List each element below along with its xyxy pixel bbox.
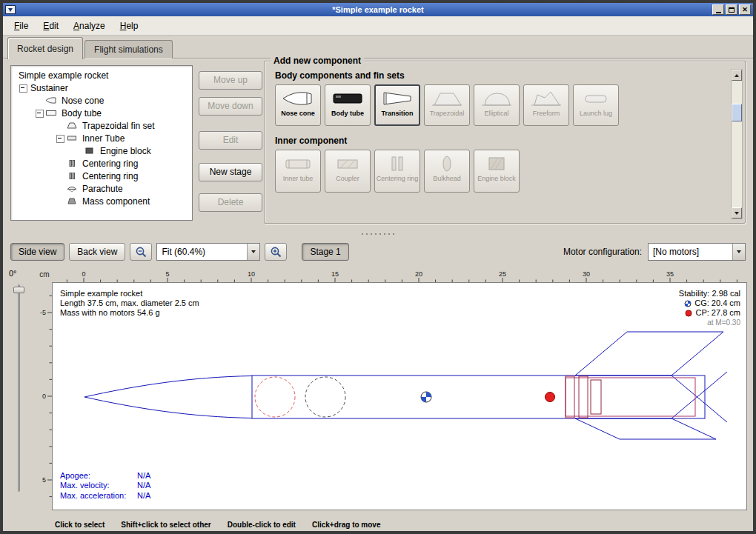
app-icon — [5, 5, 16, 14]
nose-cone-shape[interactable] — [84, 376, 252, 398]
zoom-out-button[interactable] — [130, 243, 152, 261]
tree-item-sustainer[interactable]: Sustainer — [13, 81, 190, 94]
tree-item-centering-ring-2[interactable]: Centering ring — [13, 170, 190, 182]
component-scrollbar[interactable] — [731, 69, 743, 219]
fin-top-shape[interactable] — [575, 332, 723, 376]
mass-marker[interactable] — [305, 377, 345, 417]
tree-actions: Move up Move down Edit New stage Delete — [199, 71, 262, 212]
cp-symbol — [546, 393, 555, 402]
engine-block-shape[interactable] — [591, 380, 601, 414]
slider-thumb[interactable] — [13, 287, 24, 293]
tab-flight-simulations[interactable]: Flight simulations — [84, 40, 173, 59]
scrollbar-thumb[interactable] — [732, 104, 742, 121]
scroll-up-button[interactable] — [732, 70, 742, 81]
coupler-button[interactable]: Coupler — [325, 150, 371, 193]
mass-component-icon — [66, 197, 78, 205]
tree-item-label: Sustainer — [29, 83, 70, 93]
rotation-slider[interactable] — [13, 284, 25, 492]
body-tube-shape[interactable] — [252, 376, 705, 418]
fin-set-icon — [66, 121, 78, 130]
side-view-button[interactable]: Side view — [10, 243, 64, 261]
transition-button[interactable]: Transition — [374, 84, 420, 126]
menu-edit[interactable]: Edit — [36, 19, 65, 33]
slider-track — [18, 284, 20, 492]
zoom-level-dropdown[interactable]: Fit (60.4%) — [156, 243, 260, 261]
stage-1-toggle[interactable]: Stage 1 — [302, 243, 348, 261]
tree-item-body-tube[interactable]: Body tube — [13, 107, 190, 119]
tree-item-label: Engine block — [99, 146, 153, 156]
collapse-icon[interactable] — [56, 134, 64, 142]
splitter-handle[interactable] — [3, 230, 753, 238]
back-view-button[interactable]: Back view — [69, 243, 125, 261]
tree-item-inner-tube[interactable]: Inner Tube — [13, 132, 190, 144]
launch-lug-button[interactable]: Launch lug — [573, 84, 619, 126]
collapse-icon[interactable] — [19, 84, 27, 92]
cg-symbol — [421, 392, 431, 402]
vertical-ruler: -505 — [36, 282, 52, 510]
dropdown-arrow-icon[interactable] — [732, 244, 745, 260]
move-up-button[interactable]: Move up — [199, 71, 262, 90]
close-button[interactable]: ✕ — [739, 4, 751, 15]
nose-cone-button[interactable]: Nose cone — [275, 84, 321, 126]
new-stage-button[interactable]: New stage — [199, 163, 262, 181]
max-velocity-label: Max. velocity: — [60, 481, 137, 491]
tree-item-engine-block[interactable]: Engine block — [13, 144, 190, 157]
dropdown-arrow-icon[interactable] — [247, 244, 259, 260]
centering-ring-shape[interactable] — [579, 376, 588, 418]
mach-condition: at M=0.30 — [707, 318, 740, 327]
cp-value: CP: 27.8 cm — [695, 308, 740, 318]
centering-ring-shape[interactable] — [566, 376, 574, 418]
inner-component-label: Inner component — [275, 136, 726, 146]
elliptical-fin-icon — [480, 88, 513, 108]
tree-item-centering-ring-1[interactable]: Centering ring — [13, 157, 190, 170]
component-tree[interactable]: Simple example rocket Sustainer Nose con… — [10, 65, 193, 221]
tree-item-rocket[interactable]: Simple example rocket — [13, 69, 190, 81]
hint-shift-click: Shift+click to select other — [121, 521, 210, 529]
tree-item-parachute[interactable]: Parachute — [13, 182, 190, 195]
parachute-marker[interactable] — [255, 377, 295, 417]
flight-data: Apogee:N/A Max. velocity:N/A Max. accele… — [60, 471, 150, 501]
body-components-label: Body components and fin sets — [275, 70, 726, 81]
nose-cone-shape-lower[interactable] — [84, 397, 252, 418]
delete-button[interactable]: Delete — [199, 193, 262, 212]
menu-help[interactable]: Help — [113, 19, 145, 33]
tree-item-label: Trapezoidal fin set — [81, 121, 156, 131]
freeform-fin-button[interactable]: Freeform — [523, 84, 569, 126]
motor-configuration-dropdown[interactable]: [No motors] — [648, 243, 746, 261]
view-toolbar: Side view Back view Fit (60.4%) Stage 1 … — [3, 238, 753, 265]
edit-button[interactable]: Edit — [199, 131, 262, 150]
body-tube-button[interactable]: Body tube — [325, 84, 371, 126]
main-tabs: Rocket design Flight simulations — [7, 36, 174, 59]
minimize-button[interactable] — [712, 4, 724, 15]
arrow-down-icon — [735, 212, 739, 215]
apogee-value: N/A — [137, 471, 150, 480]
zoom-in-icon — [270, 246, 282, 258]
inner-tube-shape[interactable] — [566, 378, 695, 416]
menu-analyze[interactable]: Analyze — [67, 19, 112, 33]
svg-text:25: 25 — [499, 270, 506, 278]
bulkhead-button[interactable]: Bulkhead — [424, 150, 470, 193]
titlebar[interactable]: *Simple example rocket ✕ — [3, 3, 753, 16]
fin-projection-line — [672, 376, 727, 422]
collapse-icon[interactable] — [35, 109, 43, 117]
horizontal-ruler: 05101520253035 — [52, 270, 747, 282]
move-down-button[interactable]: Move down — [199, 97, 262, 116]
elliptical-fin-button[interactable]: Elliptical — [474, 84, 520, 126]
tree-item-mass-component[interactable]: Mass component — [13, 195, 190, 207]
tree-item-fin-set[interactable]: Trapezoidal fin set — [13, 119, 190, 132]
zoom-in-button[interactable] — [265, 243, 287, 261]
tree-item-label: Centering ring — [81, 158, 139, 169]
tree-item-label: Parachute — [81, 184, 125, 194]
tab-rocket-design[interactable]: Rocket design — [7, 37, 83, 59]
maximize-button[interactable] — [726, 4, 737, 15]
centering-ring-button[interactable]: Centering ring — [374, 150, 420, 193]
trapezoidal-fin-button[interactable]: Trapezoidal — [424, 84, 470, 126]
scroll-down-button[interactable] — [732, 207, 742, 218]
menu-file[interactable]: File — [7, 19, 35, 33]
rocket-canvas[interactable]: Simple example rocket Length 37.5 cm, ma… — [52, 282, 747, 510]
fin-bottom-shape[interactable] — [575, 418, 716, 439]
stability-info: Stability: 2.98 cal CG: 20.4 cm CP: 27.8… — [679, 289, 740, 327]
tree-item-nose-cone[interactable]: Nose cone — [13, 94, 190, 107]
engine-block-button[interactable]: Engine block — [474, 150, 520, 193]
inner-tube-button[interactable]: Inner tube — [275, 150, 321, 193]
